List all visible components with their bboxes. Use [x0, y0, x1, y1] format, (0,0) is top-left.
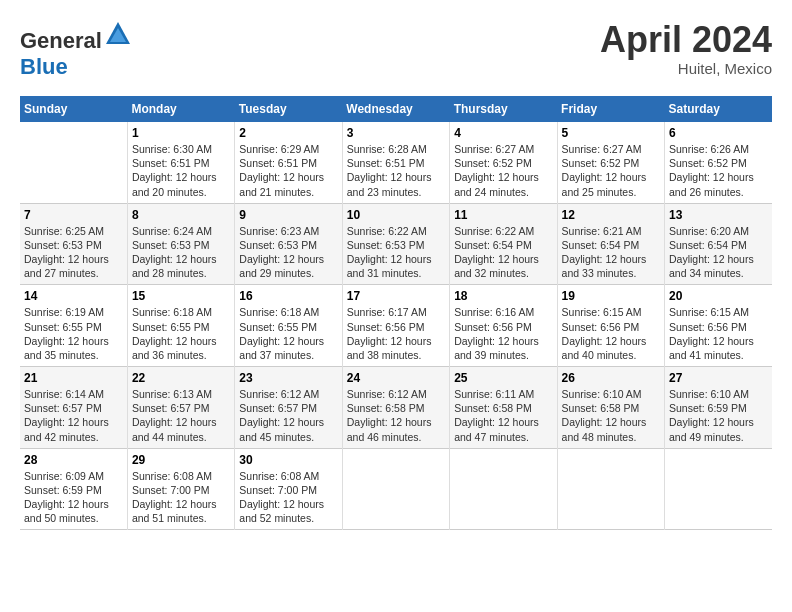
calendar-cell: 4Sunrise: 6:27 AMSunset: 6:52 PMDaylight… [450, 122, 557, 203]
day-info: Sunrise: 6:10 AMSunset: 6:59 PMDaylight:… [669, 387, 768, 444]
day-info: Sunrise: 6:13 AMSunset: 6:57 PMDaylight:… [132, 387, 230, 444]
week-row-3: 14Sunrise: 6:19 AMSunset: 6:55 PMDayligh… [20, 285, 772, 367]
day-number: 29 [132, 453, 230, 467]
calendar-cell [557, 448, 664, 530]
weekday-header-wednesday: Wednesday [342, 96, 449, 122]
calendar-cell: 12Sunrise: 6:21 AMSunset: 6:54 PMDayligh… [557, 203, 664, 285]
day-info: Sunrise: 6:08 AMSunset: 7:00 PMDaylight:… [132, 469, 230, 526]
weekday-header-row: SundayMondayTuesdayWednesdayThursdayFrid… [20, 96, 772, 122]
day-info: Sunrise: 6:23 AMSunset: 6:53 PMDaylight:… [239, 224, 337, 281]
week-row-4: 21Sunrise: 6:14 AMSunset: 6:57 PMDayligh… [20, 367, 772, 449]
calendar-cell: 9Sunrise: 6:23 AMSunset: 6:53 PMDaylight… [235, 203, 342, 285]
day-info: Sunrise: 6:28 AMSunset: 6:51 PMDaylight:… [347, 142, 445, 199]
day-info: Sunrise: 6:30 AMSunset: 6:51 PMDaylight:… [132, 142, 230, 199]
day-number: 15 [132, 289, 230, 303]
calendar-cell: 8Sunrise: 6:24 AMSunset: 6:53 PMDaylight… [127, 203, 234, 285]
weekday-header-thursday: Thursday [450, 96, 557, 122]
calendar-cell: 23Sunrise: 6:12 AMSunset: 6:57 PMDayligh… [235, 367, 342, 449]
day-number: 1 [132, 126, 230, 140]
calendar-cell: 18Sunrise: 6:16 AMSunset: 6:56 PMDayligh… [450, 285, 557, 367]
day-info: Sunrise: 6:09 AMSunset: 6:59 PMDaylight:… [24, 469, 123, 526]
page-header: General Blue April 2024 Huitel, Mexico [20, 20, 772, 80]
calendar-cell: 28Sunrise: 6:09 AMSunset: 6:59 PMDayligh… [20, 448, 127, 530]
calendar-cell: 25Sunrise: 6:11 AMSunset: 6:58 PMDayligh… [450, 367, 557, 449]
day-number: 13 [669, 208, 768, 222]
day-info: Sunrise: 6:10 AMSunset: 6:58 PMDaylight:… [562, 387, 660, 444]
logo: General Blue [20, 20, 132, 80]
day-number: 24 [347, 371, 445, 385]
day-number: 3 [347, 126, 445, 140]
calendar-cell: 13Sunrise: 6:20 AMSunset: 6:54 PMDayligh… [665, 203, 772, 285]
day-info: Sunrise: 6:27 AMSunset: 6:52 PMDaylight:… [454, 142, 552, 199]
calendar-cell: 10Sunrise: 6:22 AMSunset: 6:53 PMDayligh… [342, 203, 449, 285]
day-number: 28 [24, 453, 123, 467]
month-year-title: April 2024 [600, 20, 772, 60]
weekday-header-sunday: Sunday [20, 96, 127, 122]
day-info: Sunrise: 6:18 AMSunset: 6:55 PMDaylight:… [239, 305, 337, 362]
day-info: Sunrise: 6:27 AMSunset: 6:52 PMDaylight:… [562, 142, 660, 199]
day-info: Sunrise: 6:12 AMSunset: 6:57 PMDaylight:… [239, 387, 337, 444]
calendar-cell: 1Sunrise: 6:30 AMSunset: 6:51 PMDaylight… [127, 122, 234, 203]
day-number: 19 [562, 289, 660, 303]
calendar-cell [20, 122, 127, 203]
week-row-2: 7Sunrise: 6:25 AMSunset: 6:53 PMDaylight… [20, 203, 772, 285]
calendar-cell [450, 448, 557, 530]
day-number: 26 [562, 371, 660, 385]
day-number: 9 [239, 208, 337, 222]
day-number: 17 [347, 289, 445, 303]
calendar-cell: 3Sunrise: 6:28 AMSunset: 6:51 PMDaylight… [342, 122, 449, 203]
calendar-cell: 17Sunrise: 6:17 AMSunset: 6:56 PMDayligh… [342, 285, 449, 367]
day-number: 27 [669, 371, 768, 385]
day-info: Sunrise: 6:29 AMSunset: 6:51 PMDaylight:… [239, 142, 337, 199]
day-info: Sunrise: 6:15 AMSunset: 6:56 PMDaylight:… [669, 305, 768, 362]
logo-blue: Blue [20, 54, 68, 79]
calendar-cell: 11Sunrise: 6:22 AMSunset: 6:54 PMDayligh… [450, 203, 557, 285]
day-info: Sunrise: 6:11 AMSunset: 6:58 PMDaylight:… [454, 387, 552, 444]
week-row-1: 1Sunrise: 6:30 AMSunset: 6:51 PMDaylight… [20, 122, 772, 203]
logo-general: General [20, 28, 102, 53]
day-number: 11 [454, 208, 552, 222]
day-info: Sunrise: 6:22 AMSunset: 6:54 PMDaylight:… [454, 224, 552, 281]
day-info: Sunrise: 6:24 AMSunset: 6:53 PMDaylight:… [132, 224, 230, 281]
weekday-header-monday: Monday [127, 96, 234, 122]
calendar-cell: 2Sunrise: 6:29 AMSunset: 6:51 PMDaylight… [235, 122, 342, 203]
calendar-cell [342, 448, 449, 530]
day-info: Sunrise: 6:17 AMSunset: 6:56 PMDaylight:… [347, 305, 445, 362]
day-number: 22 [132, 371, 230, 385]
weekday-header-friday: Friday [557, 96, 664, 122]
day-info: Sunrise: 6:18 AMSunset: 6:55 PMDaylight:… [132, 305, 230, 362]
day-number: 20 [669, 289, 768, 303]
calendar-cell [665, 448, 772, 530]
day-info: Sunrise: 6:16 AMSunset: 6:56 PMDaylight:… [454, 305, 552, 362]
day-info: Sunrise: 6:12 AMSunset: 6:58 PMDaylight:… [347, 387, 445, 444]
calendar-table: SundayMondayTuesdayWednesdayThursdayFrid… [20, 96, 772, 530]
day-info: Sunrise: 6:15 AMSunset: 6:56 PMDaylight:… [562, 305, 660, 362]
day-number: 6 [669, 126, 768, 140]
calendar-cell: 16Sunrise: 6:18 AMSunset: 6:55 PMDayligh… [235, 285, 342, 367]
day-info: Sunrise: 6:22 AMSunset: 6:53 PMDaylight:… [347, 224, 445, 281]
calendar-cell: 6Sunrise: 6:26 AMSunset: 6:52 PMDaylight… [665, 122, 772, 203]
calendar-cell: 19Sunrise: 6:15 AMSunset: 6:56 PMDayligh… [557, 285, 664, 367]
calendar-cell: 30Sunrise: 6:08 AMSunset: 7:00 PMDayligh… [235, 448, 342, 530]
location-subtitle: Huitel, Mexico [600, 60, 772, 77]
day-number: 2 [239, 126, 337, 140]
day-number: 4 [454, 126, 552, 140]
day-number: 23 [239, 371, 337, 385]
calendar-cell: 26Sunrise: 6:10 AMSunset: 6:58 PMDayligh… [557, 367, 664, 449]
calendar-cell: 5Sunrise: 6:27 AMSunset: 6:52 PMDaylight… [557, 122, 664, 203]
day-number: 18 [454, 289, 552, 303]
title-block: April 2024 Huitel, Mexico [600, 20, 772, 77]
logo-text: General Blue [20, 20, 132, 80]
day-info: Sunrise: 6:25 AMSunset: 6:53 PMDaylight:… [24, 224, 123, 281]
calendar-cell: 22Sunrise: 6:13 AMSunset: 6:57 PMDayligh… [127, 367, 234, 449]
day-number: 14 [24, 289, 123, 303]
weekday-header-saturday: Saturday [665, 96, 772, 122]
day-number: 7 [24, 208, 123, 222]
day-number: 12 [562, 208, 660, 222]
week-row-5: 28Sunrise: 6:09 AMSunset: 6:59 PMDayligh… [20, 448, 772, 530]
calendar-cell: 27Sunrise: 6:10 AMSunset: 6:59 PMDayligh… [665, 367, 772, 449]
day-number: 16 [239, 289, 337, 303]
calendar-cell: 7Sunrise: 6:25 AMSunset: 6:53 PMDaylight… [20, 203, 127, 285]
calendar-cell: 15Sunrise: 6:18 AMSunset: 6:55 PMDayligh… [127, 285, 234, 367]
day-info: Sunrise: 6:26 AMSunset: 6:52 PMDaylight:… [669, 142, 768, 199]
